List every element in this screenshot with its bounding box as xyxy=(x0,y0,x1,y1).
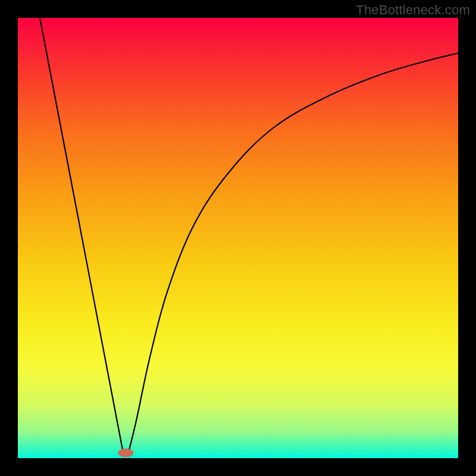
plot-area xyxy=(18,18,458,458)
watermark-text: TheBottleneck.com xyxy=(356,2,470,18)
marker-group xyxy=(118,449,134,458)
minimum-marker xyxy=(118,449,134,458)
chart-frame: TheBottleneck.com xyxy=(0,0,476,476)
plot-svg xyxy=(18,18,458,458)
gradient-background xyxy=(18,18,458,458)
